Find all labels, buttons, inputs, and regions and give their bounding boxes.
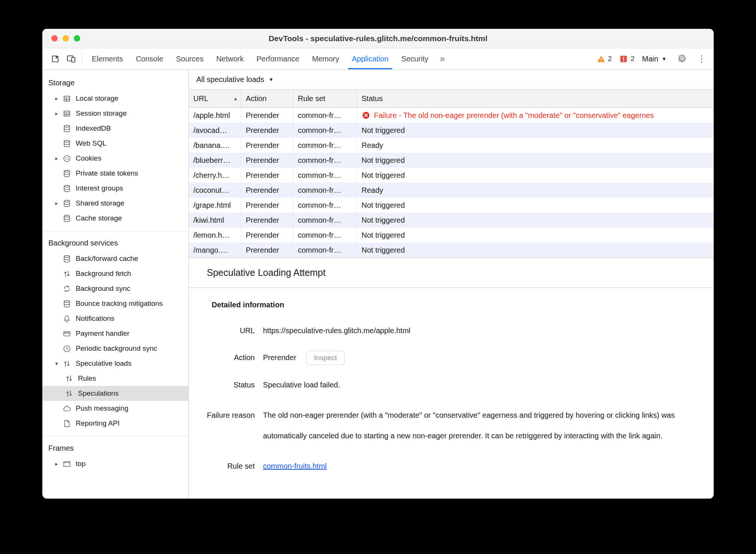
sidebar-item-reporting-api[interactable]: Reporting API [42, 416, 188, 431]
main-context-label: Main [642, 55, 658, 63]
speculation-details-pane: Speculative Loading Attempt Detailed inf… [189, 258, 714, 499]
sidebar-item-shared-storage[interactable]: ▸ Shared storage [42, 196, 188, 211]
cell-url: /coconut… [189, 183, 241, 198]
tab-security[interactable]: Security [395, 48, 435, 69]
table-row[interactable]: /blueberr… Prerender common-fr… Not trig… [189, 153, 714, 168]
sidebar-item-speculative-loads[interactable]: ▾ Speculative loads [42, 356, 188, 371]
disclosure-triangle-icon[interactable]: ▸ [51, 461, 62, 467]
disclosure-triangle-icon[interactable]: ▾ [51, 360, 62, 366]
tab-network[interactable]: Network [210, 48, 250, 69]
cloud-icon [62, 404, 72, 413]
sidebar-item-speculations[interactable]: Speculations [42, 386, 188, 401]
cell-action: Prerender [241, 198, 293, 213]
table-row[interactable]: /kiwi.html Prerender common-fr… Not trig… [189, 213, 714, 228]
cell-action: Prerender [241, 243, 293, 258]
cell-status: Not triggered [357, 153, 714, 168]
rule-set-link[interactable]: common-fruits.html [263, 462, 327, 470]
settings-button[interactable] [674, 54, 690, 64]
disclosure-triangle-icon[interactable]: ▸ [51, 95, 62, 101]
failure-icon [362, 111, 371, 120]
more-tabs-button[interactable]: » [435, 48, 450, 69]
sidebar-item-session-storage[interactable]: ▸ Session storage [42, 106, 188, 121]
zoom-window-button[interactable] [74, 35, 80, 42]
column-header-url[interactable]: URL ▲ [189, 90, 241, 107]
chevron-down-icon[interactable]: ▼ [269, 77, 273, 82]
table-row[interactable]: /banana.… Prerender common-fr… Ready [189, 138, 714, 153]
sidebar-item-private-state-tokens[interactable]: Private state tokens [42, 166, 188, 181]
sidebar-item-periodic-background-sync[interactable]: Periodic background sync [42, 341, 188, 356]
sidebar-item-local-storage[interactable]: ▸ Local storage [42, 91, 188, 106]
table-row[interactable]: /coconut… Prerender common-fr… Ready [189, 183, 714, 198]
sidebar-item-rules[interactable]: Rules [42, 371, 188, 386]
cookie-icon [62, 153, 72, 163]
column-header-rule-set[interactable]: Rule set [293, 90, 357, 107]
sidebar-item-background-fetch[interactable]: Background fetch [42, 266, 188, 281]
table-row[interactable]: /mango.… Prerender common-fr… Not trigge… [189, 243, 714, 258]
tab-application[interactable]: Application [345, 48, 395, 69]
issues-badge[interactable]: 2 [619, 55, 635, 63]
sidebar-item-label: Reporting API [76, 419, 120, 427]
tab-memory[interactable]: Memory [306, 48, 345, 69]
customize-devtools-button[interactable]: ⋮ [697, 54, 706, 64]
sidebar-item-payment-handler[interactable]: Payment handler [42, 326, 188, 341]
cell-rule-set: common-fr… [293, 228, 357, 243]
sidebar-item-push-messaging[interactable]: Push messaging [42, 401, 188, 416]
tab-performance[interactable]: Performance [250, 48, 306, 69]
sidebar-item-label: Back/forward cache [76, 255, 138, 263]
cell-action: Prerender [241, 213, 293, 228]
sidebar-section-storage: Storage ▸ Local storage ▸ Session storag… [42, 73, 188, 226]
sidebar-item-bounce-tracking-mitigations[interactable]: Bounce tracking mitigations [42, 296, 188, 311]
column-header-action[interactable]: Action [241, 90, 293, 107]
up-down-arrows-icon [62, 359, 72, 368]
details-body: Detailed information URL https://specula… [189, 288, 714, 499]
sidebar-item-web-sql[interactable]: Web SQL [42, 136, 188, 151]
cell-action: Prerender [241, 183, 293, 198]
sidebar-item-indexeddb[interactable]: IndexedDB [42, 121, 188, 136]
section-title-storage: Storage [42, 73, 188, 91]
column-header-status[interactable]: Status [357, 90, 714, 107]
sidebar-item-back-forward-cache[interactable]: Back/forward cache [42, 251, 188, 266]
sidebar-item-cache-storage[interactable]: Cache storage [42, 211, 188, 226]
inspect-element-button[interactable] [48, 48, 63, 69]
tab-sources[interactable]: Sources [170, 48, 210, 69]
minimize-window-button[interactable] [63, 35, 69, 42]
inspect-button[interactable]: Inspect [306, 351, 345, 365]
cell-status: Ready [357, 138, 714, 153]
toolbar-divider [82, 53, 82, 65]
close-window-button[interactable] [51, 35, 58, 42]
cell-action: Prerender [241, 153, 293, 168]
detail-failure-reason-value: The old non-eager prerender (with a "mod… [263, 405, 694, 446]
table-row[interactable]: /lemon.h… Prerender common-fr… Not trigg… [189, 228, 714, 243]
tab-elements[interactable]: Elements [85, 48, 129, 69]
detail-label: URL [202, 326, 255, 335]
table-row[interactable]: /apple.html Prerender common-fr… Failure… [189, 108, 714, 123]
disclosure-triangle-icon[interactable]: ▸ [51, 110, 62, 116]
sidebar-item-label: Cookies [76, 154, 102, 162]
cell-url: /blueberr… [189, 153, 241, 168]
sidebar-item-background-sync[interactable]: Background sync [42, 281, 188, 296]
sidebar-item-top-frame[interactable]: ▸ top [42, 456, 188, 471]
sidebar-item-label: Session storage [76, 109, 127, 118]
table-row[interactable]: /avocad… Prerender common-fr… Not trigge… [189, 123, 714, 138]
toggle-device-toolbar-button[interactable] [63, 48, 79, 69]
sidebar-item-cookies[interactable]: ▸ Cookies [42, 151, 188, 166]
cell-url: /mango.… [189, 243, 241, 258]
sidebar-item-label: Speculative loads [76, 359, 131, 368]
cell-url: /avocad… [189, 123, 241, 138]
warnings-badge[interactable]: 2 [597, 55, 612, 63]
disclosure-triangle-icon[interactable]: ▸ [51, 200, 62, 206]
sidebar-item-label: IndexedDB [76, 124, 111, 133]
main-context-selector[interactable]: Main ▼ [642, 55, 666, 63]
cell-url: /banana.… [189, 138, 241, 153]
filter-dropdown[interactable]: All speculative loads [196, 75, 264, 84]
tab-console[interactable]: Console [129, 48, 169, 69]
sidebar-item-notifications[interactable]: Notifications [42, 311, 188, 326]
table-row[interactable]: /grape.html Prerender common-fr… Not tri… [189, 198, 714, 213]
cell-url: /cherry.h… [189, 168, 241, 183]
disclosure-triangle-icon[interactable]: ▸ [51, 155, 62, 161]
application-sidebar: Storage ▸ Local storage ▸ Session storag… [42, 70, 189, 499]
cell-status: Not triggered [357, 243, 714, 258]
sidebar-item-label: Bounce tracking mitigations [76, 299, 163, 308]
sidebar-item-interest-groups[interactable]: Interest groups [42, 181, 188, 196]
table-row[interactable]: /cherry.h… Prerender common-fr… Not trig… [189, 168, 714, 183]
